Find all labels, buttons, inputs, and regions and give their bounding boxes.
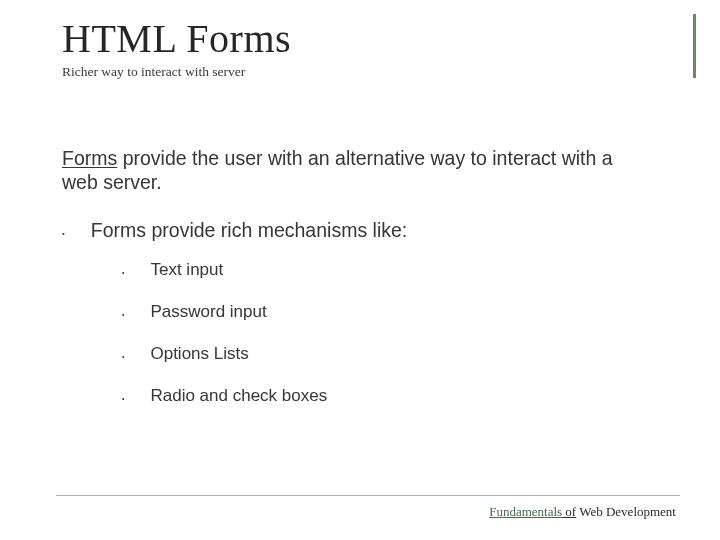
bullet-icon: •	[122, 353, 124, 364]
intro-text: Forms provide the user with an alternati…	[62, 146, 622, 195]
list-item: • Radio and check boxes	[122, 386, 668, 406]
list-item: • Password input	[122, 302, 668, 322]
bullet-list-lvl1: • Forms provide rich mechanisms like:	[62, 219, 668, 242]
slide: HTML Forms Richer way to interact with s…	[0, 0, 720, 540]
footer-text: Fundamentals of Web Development	[489, 504, 676, 520]
lvl2-text: Password input	[150, 302, 266, 322]
bullet-icon: •	[122, 395, 124, 406]
bullet-icon: •	[62, 229, 65, 242]
footer-rule	[56, 495, 680, 496]
list-item: • Text input	[122, 260, 668, 280]
lvl2-text: Text input	[150, 260, 223, 280]
lvl2-text: Options Lists	[150, 344, 248, 364]
slide-subtitle: Richer way to interact with server	[62, 64, 668, 80]
lvl1-text: Forms provide rich mechanisms like:	[91, 219, 407, 242]
lvl2-text: Radio and check boxes	[150, 386, 327, 406]
bullet-icon: •	[122, 269, 124, 280]
footer-fundamentals: Fundamentals	[489, 504, 562, 519]
footer-rest: Web Development	[576, 504, 676, 519]
list-item: • Options Lists	[122, 344, 668, 364]
bullet-icon: •	[122, 311, 124, 322]
intro-lead: Forms	[62, 147, 117, 169]
bullet-list-lvl2: • Text input • Password input • Options …	[122, 260, 668, 406]
intro-rest: provide the user with an alternative way…	[62, 147, 613, 193]
footer-of: of	[562, 504, 576, 519]
list-item: • Forms provide rich mechanisms like:	[62, 219, 668, 242]
accent-rule	[693, 14, 696, 78]
slide-title: HTML Forms	[62, 18, 668, 60]
